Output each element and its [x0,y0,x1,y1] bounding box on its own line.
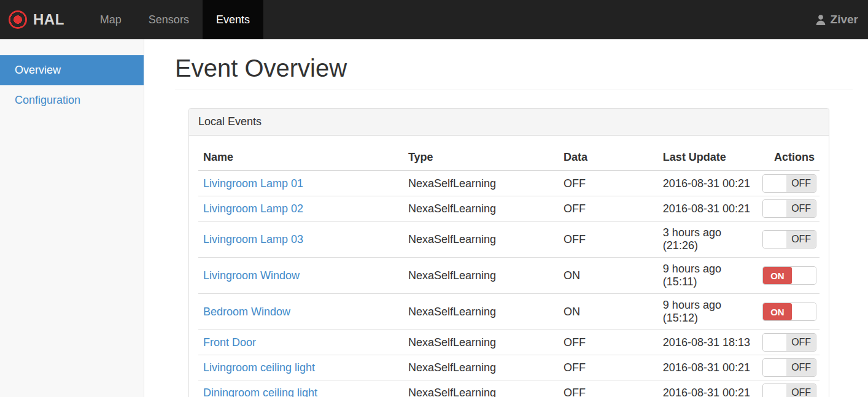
col-header-data: Data [559,145,658,171]
nav-item-map[interactable]: Map [87,0,135,39]
event-toggle-switch[interactable]: OFF [762,199,816,218]
event-type-cell: NexaSelfLearning [403,171,559,196]
event-data-cell: OFF [559,222,658,258]
main-content: Event Overview Local Events Name Type Da… [144,39,868,397]
event-actions-cell: ON [758,258,820,294]
events-table: Name Type Data Last Update Actions Livin… [198,145,820,397]
event-name-link[interactable]: Livingroom ceiling light [203,361,315,374]
event-name-cell: Livingroom Window [198,258,403,294]
switch-handle [763,359,787,376]
col-header-type: Type [403,145,559,171]
local-events-panel: Local Events Name Type Data Last Update … [188,108,829,397]
event-name-cell: Livingroom Lamp 01 [198,171,403,196]
switch-off-label: OFF [786,231,815,248]
event-type-cell: NexaSelfLearning [403,294,559,330]
event-name-link[interactable]: Livingroom Lamp 03 [203,233,303,245]
event-name-link[interactable]: Livingroom Lamp 02 [203,202,303,215]
brand[interactable]: HAL [0,0,76,39]
nav-item-sensors[interactable]: Sensors [135,0,203,39]
hal-logo-target-icon [9,10,27,29]
switch-off-label: OFF [786,384,815,397]
event-actions-cell: OFF [758,222,820,258]
event-type-cell: NexaSelfLearning [403,355,559,380]
top-navbar: HAL MapSensorsEvents Ziver [0,0,868,39]
event-toggle-switch[interactable]: ON [762,303,816,321]
table-row: Diningroom ceiling lightNexaSelfLearning… [198,380,820,397]
table-row: Livingroom Lamp 02NexaSelfLearningOFF201… [198,196,820,222]
page-title: Event Overview [175,54,853,90]
event-type-cell: NexaSelfLearning [403,380,559,397]
event-name-link[interactable]: Diningroom ceiling light [203,387,317,397]
event-type-cell: NexaSelfLearning [403,330,559,355]
event-last-update-cell: 9 hours ago (15:11) [658,258,758,294]
event-last-update-cell: 2016-08-31 00:21 [658,196,758,222]
table-row: Livingroom WindowNexaSelfLearningON9 hou… [198,258,820,294]
switch-handle [763,334,787,351]
event-data-cell: OFF [559,380,658,397]
switch-on-label: ON [763,303,792,320]
event-type-cell: NexaSelfLearning [403,222,559,258]
sidebar-item-configuration[interactable]: Configuration [0,85,144,115]
event-actions-cell: OFF [758,330,820,355]
col-header-last-update: Last Update [658,145,758,171]
event-toggle-switch[interactable]: OFF [762,358,816,377]
event-name-cell: Livingroom Lamp 02 [198,196,403,222]
person-icon [815,14,826,25]
event-name-link[interactable]: Front Door [203,336,256,349]
event-data-cell: OFF [559,196,658,222]
switch-off-label: OFF [786,200,815,217]
event-data-cell: OFF [559,171,658,196]
event-name-link[interactable]: Livingroom Window [203,269,300,282]
event-type-cell: NexaSelfLearning [403,258,559,294]
event-toggle-switch[interactable]: OFF [762,230,816,249]
sidebar-item-overview[interactable]: Overview [0,55,144,85]
table-row: Livingroom Lamp 01NexaSelfLearningOFF201… [198,171,820,196]
event-actions-cell: ON [758,294,820,330]
panel-title: Local Events [189,109,829,136]
event-toggle-switch[interactable]: ON [762,266,816,285]
switch-handle [792,267,816,284]
switch-off-label: OFF [786,359,815,376]
event-last-update-cell: 9 hours ago (15:12) [658,294,758,330]
event-name-cell: Front Door [198,330,403,355]
event-last-update-cell: 2016-08-31 00:21 [658,355,758,380]
event-actions-cell: OFF [758,380,820,397]
table-row: Bedroom WindowNexaSelfLearningON9 hours … [198,294,820,330]
event-toggle-switch[interactable]: OFF [762,384,816,397]
switch-handle [763,231,787,248]
event-name-link[interactable]: Livingroom Lamp 01 [203,177,303,190]
table-row: Livingroom ceiling lightNexaSelfLearning… [198,355,820,380]
user-menu[interactable]: Ziver [805,0,868,39]
table-header-row: Name Type Data Last Update Actions [198,145,820,171]
panel-body: Name Type Data Last Update Actions Livin… [189,136,829,397]
nav-item-events[interactable]: Events [203,0,263,39]
event-last-update-cell: 3 hours ago (21:26) [658,222,758,258]
col-header-name: Name [198,145,403,171]
event-actions-cell: OFF [758,355,820,380]
event-name-cell: Livingroom ceiling light [198,355,403,380]
table-row: Livingroom Lamp 03NexaSelfLearningOFF3 h… [198,222,820,258]
table-row: Front DoorNexaSelfLearningOFF2016-08-31 … [198,330,820,355]
col-header-actions: Actions [758,145,820,171]
event-actions-cell: OFF [758,171,820,196]
event-last-update-cell: 2016-08-31 00:21 [658,171,758,196]
switch-handle [763,200,787,217]
switch-on-label: ON [763,267,792,284]
event-name-link[interactable]: Bedroom Window [203,306,290,318]
event-toggle-switch[interactable]: OFF [762,333,816,352]
event-data-cell: ON [559,294,658,330]
event-name-cell: Livingroom Lamp 03 [198,222,403,258]
event-name-cell: Diningroom ceiling light [198,380,403,397]
switch-off-label: OFF [786,334,815,351]
switch-handle [763,175,787,192]
event-type-cell: NexaSelfLearning [403,196,559,222]
brand-label: HAL [33,11,64,28]
event-name-cell: Bedroom Window [198,294,403,330]
event-data-cell: OFF [559,355,658,380]
user-name: Ziver [831,13,858,26]
sidebar: OverviewConfiguration [0,39,144,397]
navbar-menu: MapSensorsEvents [87,0,263,39]
event-toggle-switch[interactable]: OFF [762,174,816,193]
switch-handle [792,303,816,320]
switch-handle [763,384,787,397]
